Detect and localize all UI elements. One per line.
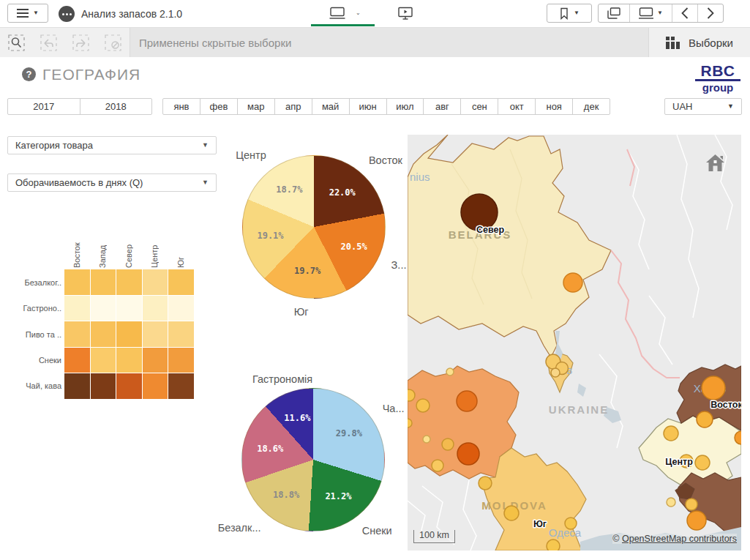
heatmap-cell[interactable] — [168, 321, 194, 347]
map-bubble[interactable] — [416, 399, 430, 412]
selections-tool-button[interactable]: Выборки — [648, 28, 750, 57]
main-menu-button[interactable]: ▼ — [7, 4, 48, 23]
map-bubble[interactable] — [667, 498, 675, 507]
map-bubble[interactable] — [697, 411, 713, 428]
step-back-icon[interactable] — [32, 34, 64, 51]
selections-label: Выборки — [689, 37, 733, 49]
chevron-down-icon: ▼ — [574, 10, 580, 16]
heatmap-cell[interactable] — [64, 321, 90, 347]
smart-search-icon[interactable] — [0, 34, 32, 51]
heatmap-cell[interactable] — [168, 269, 194, 295]
month-button-июн[interactable]: июн — [349, 99, 386, 114]
pie-value-label: 21.2% — [325, 491, 351, 501]
map-bubble[interactable] — [442, 438, 454, 450]
month-button-окт[interactable]: окт — [498, 99, 535, 114]
heatmap-cell[interactable] — [168, 348, 194, 373]
month-button-май[interactable]: май — [312, 99, 349, 114]
heatmap-cell[interactable] — [91, 321, 116, 347]
heatmap-cell[interactable] — [91, 373, 116, 399]
previous-sheet-button[interactable] — [672, 4, 697, 22]
year-button-2017[interactable]: 2017 — [8, 99, 80, 114]
heatmap-cell[interactable] — [64, 373, 90, 399]
bookmark-button[interactable]: ▼ — [547, 4, 592, 23]
map-bubble[interactable] — [408, 419, 412, 428]
map-bubble[interactable] — [563, 273, 582, 292]
category-dropdown-label: Категория товара — [15, 140, 93, 151]
map-bubble[interactable] — [408, 389, 415, 401]
map-home-button[interactable] — [705, 154, 725, 172]
heatmap-cell[interactable] — [143, 296, 168, 321]
sheet-chevron-icon[interactable]: ⌄ — [356, 10, 361, 16]
heatmap-cell[interactable] — [143, 321, 168, 347]
heatmap-cell[interactable] — [143, 269, 168, 295]
heatmap-cell[interactable] — [91, 269, 116, 295]
heatmap-cell[interactable] — [91, 296, 116, 321]
pie-disc[interactable] — [241, 388, 385, 531]
geo-map[interactable]: ОдесаХарківКиївniusBELARUSUKRAINEMOLDOVA… — [408, 135, 741, 550]
map-bubble[interactable] — [551, 368, 560, 377]
map-bubble[interactable] — [565, 518, 577, 529]
help-button[interactable]: ? — [22, 67, 36, 81]
map-bubble[interactable] — [479, 477, 492, 490]
step-forward-icon[interactable] — [64, 34, 97, 51]
heatmap-cell[interactable] — [91, 348, 116, 373]
map-region-label: Восток — [710, 400, 741, 410]
heatmap-cell[interactable] — [116, 321, 142, 347]
regions-pie-chart: 22.0%Восток20.5%З...19.7%Юг19.1%18.7%Цен… — [220, 141, 416, 328]
pie-slice-label: Безалк... — [218, 522, 261, 534]
month-button-янв[interactable]: янв — [163, 99, 200, 114]
heatmap-cell[interactable] — [64, 269, 90, 295]
category-dropdown[interactable]: Категория товара ▼ — [7, 136, 217, 154]
clear-selections-icon[interactable] — [97, 34, 129, 51]
current-sheet-button[interactable]: ▼ — [629, 4, 672, 22]
sheets-overview-button[interactable] — [599, 4, 629, 22]
month-button-авг[interactable]: авг — [423, 99, 460, 114]
map-bubble[interactable] — [423, 436, 430, 443]
month-button-апр[interactable]: апр — [274, 99, 312, 114]
heatmap-cell[interactable] — [116, 269, 142, 295]
currency-select[interactable]: UAH ▼ — [664, 98, 742, 115]
pie-slice-label: Гастрономія — [252, 373, 312, 385]
pie-value-label: 18.8% — [273, 490, 299, 500]
pie-slice-label: Центр — [236, 149, 266, 161]
map-bubble[interactable] — [457, 443, 479, 465]
heatmap-cell[interactable] — [143, 348, 168, 373]
map-bubble[interactable] — [686, 499, 697, 510]
month-button-мар[interactable]: мар — [237, 99, 274, 114]
heatmap-cell[interactable] — [143, 373, 168, 399]
map-bubble[interactable] — [687, 511, 706, 530]
heatmap-cell[interactable] — [64, 348, 90, 373]
turnover-dropdown[interactable]: Оборачиваемость в днях (Q) ▼ — [7, 173, 217, 192]
map-bubble[interactable] — [432, 460, 443, 471]
pie-disc[interactable] — [242, 155, 386, 299]
map-bubble[interactable] — [457, 391, 477, 411]
map-bubble[interactable] — [695, 455, 710, 470]
map-region-Север-область[interactable] — [408, 135, 611, 357]
month-button-сен[interactable]: сен — [460, 99, 498, 114]
map-bubble[interactable] — [547, 540, 560, 550]
heatmap-cell[interactable] — [168, 373, 194, 399]
heatmap-cell[interactable] — [64, 296, 90, 321]
heatmap-cell[interactable] — [168, 296, 194, 321]
pie-slice-label: Ча... — [383, 403, 405, 414]
month-button-дек[interactable]: дек — [572, 99, 610, 114]
map-bubble[interactable] — [446, 368, 454, 376]
presentation-icon[interactable] — [398, 7, 413, 20]
map-bubble[interactable] — [664, 426, 678, 441]
map-bubble[interactable] — [504, 506, 519, 520]
month-button-фев[interactable]: фев — [200, 99, 237, 114]
pie-value-label: 18.7% — [276, 184, 302, 195]
heatmap-cell[interactable] — [116, 296, 142, 321]
heatmap-cell[interactable] — [116, 373, 142, 399]
selection-tools — [0, 28, 130, 57]
month-button-ноя[interactable]: ноя — [535, 99, 572, 114]
sheet-view-icon[interactable] — [329, 7, 345, 20]
year-button-2018[interactable]: 2018 — [80, 99, 152, 114]
map-canvas[interactable]: ОдесаХарківКиївniusBELARUSUKRAINEMOLDOVA… — [408, 135, 741, 550]
next-sheet-button[interactable] — [697, 4, 723, 22]
attribution-link[interactable]: OpenStreetMap contributors — [622, 534, 737, 544]
map-bubble-Восток[interactable] — [702, 376, 725, 400]
heatmap-cell[interactable] — [116, 348, 142, 373]
month-button-июл[interactable]: июл — [386, 99, 424, 114]
map-border-line — [677, 135, 699, 318]
